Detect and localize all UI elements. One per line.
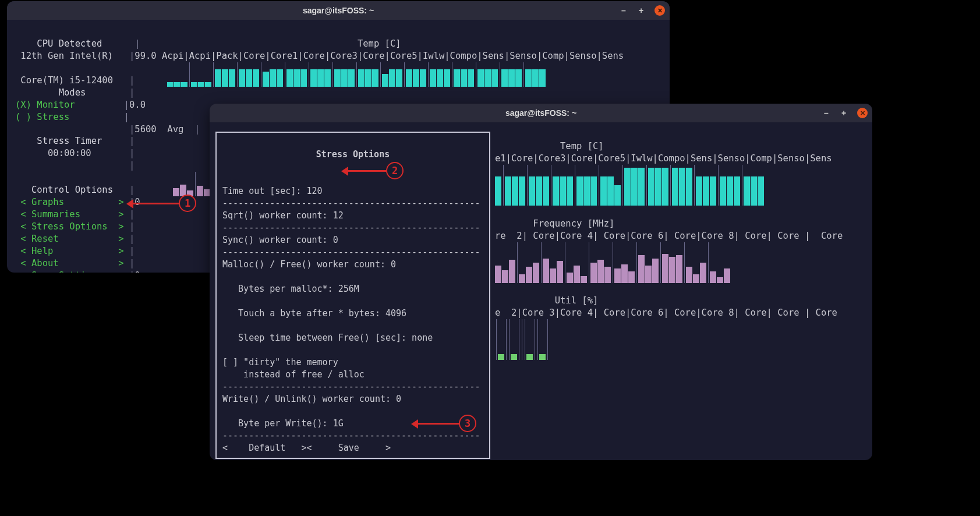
cpu-detected-label: CPU Detected bbox=[37, 38, 102, 49]
freq-cols-front: re 2| Core|Core 4| Core|Core 6| Core|Cor… bbox=[495, 231, 843, 241]
temp-scale-bot: 0.0 bbox=[129, 100, 146, 110]
mode-monitor[interactable]: (X) Monitor bbox=[15, 100, 75, 110]
divider: ----------------------------------------… bbox=[222, 222, 480, 233]
cpu-line2: Core(TM) i5-12400 bbox=[20, 75, 113, 86]
control-stress-options[interactable]: < Stress Options > bbox=[20, 221, 123, 232]
annotation-1: 1 bbox=[179, 195, 196, 212]
annotation-arrow-3 bbox=[413, 423, 459, 425]
sleep-time[interactable]: Sleep time between Free() [sec]: none bbox=[222, 333, 433, 343]
freq-bars-back bbox=[173, 172, 211, 196]
titlebar-front: sagar@itsFOSS: ~ – + ✕ bbox=[210, 104, 872, 122]
byte-per-write[interactable]: Byte per Write(): 1G bbox=[222, 418, 344, 429]
close-icon[interactable]: ✕ bbox=[654, 5, 665, 16]
sqrt-field[interactable]: Sqrt() worker count: 12 bbox=[222, 210, 344, 221]
divider: ----------------------------------------… bbox=[222, 381, 480, 392]
control-graphs[interactable]: < Graphs > bbox=[20, 197, 123, 207]
touch-byte[interactable]: Touch a byte after * bytes: 4096 bbox=[222, 308, 406, 319]
temp-bars-back bbox=[167, 62, 546, 87]
temp-header-front: Temp [C] bbox=[560, 141, 604, 151]
stress-options-modal: Stress Options Time out [sec]: 120 -----… bbox=[215, 132, 490, 459]
freq-bars-front bbox=[495, 242, 731, 283]
malloc-field[interactable]: Malloc() / Free() worker count: 0 bbox=[222, 259, 396, 270]
dirty-checkbox[interactable]: [ ] "dirty" the memory bbox=[222, 357, 338, 367]
maximize-icon[interactable]: + bbox=[637, 6, 645, 15]
modes-label: Modes bbox=[59, 87, 86, 98]
annotation-3: 3 bbox=[459, 415, 476, 432]
dirty-line2: instead of free / alloc bbox=[222, 369, 365, 380]
avg-label: Avg bbox=[167, 124, 183, 135]
sync-field[interactable]: Sync() worker count: 0 bbox=[222, 235, 338, 245]
control-summaries[interactable]: < Summaries > bbox=[20, 209, 123, 220]
freq-header-front: Frequency [MHz] bbox=[533, 218, 614, 229]
temp-header: Temp [C] bbox=[358, 38, 401, 49]
titlebar-back: sagar@itsFOSS: ~ – + ✕ bbox=[7, 1, 670, 20]
temp-cols: Acpi|Acpi|Pack|Core|Core1|Core|Core3|Cor… bbox=[162, 51, 624, 61]
temp-cols-front: e1|Core|Core3|Core|Core5|Iwlw|Compo|Sens… bbox=[495, 153, 832, 164]
window-controls-front: – + ✕ bbox=[822, 108, 868, 118]
write-field[interactable]: Write() / Unlink() worker count: 0 bbox=[222, 394, 401, 404]
divider: ----------------------------------------… bbox=[222, 430, 480, 441]
control-about[interactable]: < About > bbox=[20, 258, 123, 268]
minimize-icon[interactable]: – bbox=[822, 109, 830, 117]
divider: ----------------------------------------… bbox=[222, 247, 480, 257]
freq-scale: 5600 bbox=[135, 124, 156, 135]
util-cols-front: e 2|Core 3|Core 4| Core|Core 6| Core|Cor… bbox=[495, 308, 837, 318]
stress-timer-value: 00:00:00 bbox=[48, 148, 91, 158]
control-reset[interactable]: < Reset > bbox=[20, 234, 123, 244]
minimize-icon[interactable]: – bbox=[620, 6, 628, 15]
control-save-settings[interactable]: < Save Settings > bbox=[20, 270, 123, 273]
util-bars-front bbox=[495, 319, 549, 360]
stress-timer-label: Stress Timer bbox=[37, 136, 102, 146]
cpu-line1: 12th Gen Intel(R) bbox=[20, 51, 113, 61]
timeout-field[interactable]: Time out [sec]: 120 bbox=[222, 186, 323, 196]
window-title-front: sagar@itsFOSS: ~ bbox=[505, 108, 576, 118]
annotation-arrow-1 bbox=[129, 203, 179, 204]
zero-label-2: 0 bbox=[135, 270, 140, 273]
annotation-arrow-2 bbox=[344, 170, 387, 172]
window-title: sagar@itsFOSS: ~ bbox=[303, 6, 374, 15]
close-icon[interactable]: ✕ bbox=[857, 108, 868, 118]
maximize-icon[interactable]: + bbox=[840, 109, 848, 117]
util-header-front: Util [%] bbox=[555, 295, 599, 306]
save-button[interactable]: < Save > bbox=[307, 443, 391, 453]
control-help[interactable]: < Help > bbox=[20, 246, 123, 256]
window-controls: – + ✕ bbox=[620, 5, 665, 16]
annotation-2: 2 bbox=[386, 162, 404, 179]
temp-scale-top: 99.0 bbox=[135, 51, 156, 61]
default-button[interactable]: < Default > bbox=[222, 443, 307, 453]
bytes-per-malloc[interactable]: Bytes per malloc*: 256M bbox=[222, 284, 359, 294]
divider: ----------------------------------------… bbox=[222, 198, 480, 208]
temp-bars-front bbox=[495, 165, 765, 206]
mode-stress[interactable]: ( ) Stress bbox=[15, 112, 69, 122]
modal-title: Stress Options bbox=[222, 149, 483, 161]
terminal-window-front: sagar@itsFOSS: ~ – + ✕ Temp [C] e1|Core|… bbox=[210, 104, 872, 460]
control-options-label: Control Options bbox=[31, 185, 113, 195]
